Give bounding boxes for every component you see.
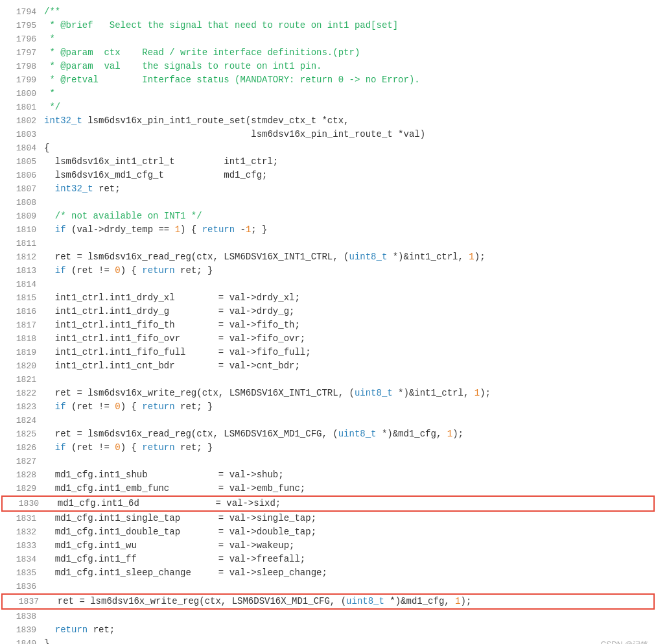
line-number: 1797 xyxy=(5,47,36,60)
line-content: ret = lsm6dsv16x_write_reg(ctx, LSM6DSV1… xyxy=(44,387,651,400)
line-content xyxy=(44,237,651,250)
code-line: 1806 lsm6dsv16x_md1_cfg_t md1_cfg; xyxy=(0,169,656,182)
watermark: CSDN @记笔 xyxy=(600,639,648,644)
line-number: 1835 xyxy=(5,567,36,580)
line-content: md1_cfg.int1_emb_func = val->emb_func; xyxy=(44,482,651,495)
line-content: md1_cfg.int1_shub = val->shub; xyxy=(44,468,651,482)
code-line: 1805 lsm6dsv16x_int1_ctrl_t int1_ctrl; xyxy=(0,155,656,169)
code-line: 1813 if (ret != 0) { return ret; } xyxy=(0,264,656,278)
line-number: 1833 xyxy=(5,540,36,553)
line-content xyxy=(44,580,651,593)
code-line: 1838 xyxy=(0,610,656,623)
line-content: * @param ctx Read / write interface defi… xyxy=(44,46,651,60)
line-number: 1811 xyxy=(5,237,36,250)
code-line: 1814 xyxy=(0,278,656,291)
code-line: 1799 * @retval Interface status (MANDATO… xyxy=(0,73,656,87)
code-line: 1836 xyxy=(0,580,656,593)
line-content xyxy=(44,278,651,291)
line-content: int1_ctrl.int1_drdy_xl = val->drdy_xl; xyxy=(44,291,651,305)
line-content: * @brief Select the signal that need to … xyxy=(44,19,651,32)
code-line: 1821 xyxy=(0,373,656,387)
line-content: md1_cfg.int1_double_tap = val->double_ta… xyxy=(44,525,651,539)
line-number: 1794 xyxy=(5,6,36,19)
code-line: 1798 * @param val the signals to route o… xyxy=(0,60,656,73)
code-line: 1839 return ret; xyxy=(0,623,656,637)
line-number: 1807 xyxy=(5,183,36,196)
code-line: 1820 int1_ctrl.int1_cnt_bdr = val->cnt_b… xyxy=(0,359,656,373)
code-line: 1827 xyxy=(0,455,656,468)
code-line: 1800 * xyxy=(0,87,656,101)
code-line: 1804{ xyxy=(0,141,656,155)
line-content: { xyxy=(44,141,651,155)
line-number: 1819 xyxy=(5,346,36,359)
line-content xyxy=(44,610,651,623)
line-content: * xyxy=(44,32,651,46)
line-number: 1800 xyxy=(5,88,36,101)
line-content xyxy=(44,373,651,387)
code-line: 1835 md1_cfg.int1_sleep_change = val->sl… xyxy=(0,566,656,580)
line-number: 1816 xyxy=(5,305,36,318)
line-content: lsm6dsv16x_pin_int_route_t *val) xyxy=(44,128,651,141)
line-content: int32_t ret; xyxy=(44,182,651,196)
code-line: 1824 xyxy=(0,414,656,427)
line-content: md1_cfg.int1_6d = val->sixd; xyxy=(47,497,648,510)
code-line: 1807 int32_t ret; xyxy=(0,182,656,196)
line-content: lsm6dsv16x_int1_ctrl_t int1_ctrl; xyxy=(44,155,651,169)
line-content: md1_cfg.int1_sleep_change = val->sleep_c… xyxy=(44,566,651,580)
line-number: 1830 xyxy=(8,497,39,510)
line-content: if (ret != 0) { return ret; } xyxy=(44,441,651,455)
line-content: md1_cfg.int1_single_tap = val->single_ta… xyxy=(44,512,651,525)
line-number: 1838 xyxy=(5,610,36,623)
line-content xyxy=(44,414,651,427)
line-number: 1799 xyxy=(5,74,36,87)
code-line: 1818 int1_ctrl.int1_fifo_ovr = val->fifo… xyxy=(0,332,656,346)
line-content: * @param val the signals to route on int… xyxy=(44,60,651,73)
code-line: 1829 md1_cfg.int1_emb_func = val->emb_fu… xyxy=(0,482,656,495)
code-line: 1826 if (ret != 0) { return ret; } xyxy=(0,441,656,455)
line-content: int1_ctrl.int1_fifo_ovr = val->fifo_ovr; xyxy=(44,332,651,346)
line-content: int1_ctrl.int1_drdy_g = val->drdy_g; xyxy=(44,305,651,318)
code-line: 1825 ret = lsm6dsv16x_read_reg(ctx, LSM6… xyxy=(0,427,656,441)
line-content xyxy=(44,196,651,209)
code-line: 1810 if (val->drdy_temp == 1) { return -… xyxy=(0,223,656,237)
line-number: 1825 xyxy=(5,428,36,441)
code-line: 1828 md1_cfg.int1_shub = val->shub; xyxy=(0,468,656,482)
line-number: 1815 xyxy=(5,292,36,305)
code-line: 1837 ret = lsm6dsv16x_write_reg(ctx, LSM… xyxy=(1,593,655,610)
line-content: int32_t lsm6dsv16x_pin_int1_route_set(st… xyxy=(44,114,651,128)
line-number: 1795 xyxy=(5,19,36,32)
line-number: 1826 xyxy=(5,442,36,455)
line-content: return ret; xyxy=(44,623,651,637)
line-content: if (ret != 0) { return ret; } xyxy=(44,400,651,414)
line-number: 1840 xyxy=(5,638,36,644)
code-line: 1803 lsm6dsv16x_pin_int_route_t *val) xyxy=(0,128,656,141)
line-number: 1820 xyxy=(5,360,36,373)
code-line: 1809 /* not available on INT1 */ xyxy=(0,209,656,223)
code-line: 1815 int1_ctrl.int1_drdy_xl = val->drdy_… xyxy=(0,291,656,305)
line-number: 1824 xyxy=(5,414,36,427)
line-content: int1_ctrl.int1_fifo_th = val->fifo_th; xyxy=(44,318,651,332)
line-number: 1796 xyxy=(5,33,36,46)
line-number: 1827 xyxy=(5,455,36,468)
code-line: 1816 int1_ctrl.int1_drdy_g = val->drdy_g… xyxy=(0,305,656,318)
code-line: 1834 md1_cfg.int1_ff = val->freefall; xyxy=(0,553,656,566)
line-number: 1828 xyxy=(5,469,36,482)
code-line: 1794/** xyxy=(0,5,656,19)
line-content: } xyxy=(44,637,651,644)
line-number: 1823 xyxy=(5,401,36,414)
line-number: 1821 xyxy=(5,374,36,387)
line-number: 1839 xyxy=(5,624,36,637)
line-number: 1814 xyxy=(5,278,36,291)
line-number: 1817 xyxy=(5,319,36,332)
line-number: 1813 xyxy=(5,265,36,278)
line-content: ret = lsm6dsv16x_write_reg(ctx, LSM6DSV1… xyxy=(47,595,648,608)
line-content: md1_cfg.int1_wu = val->wakeup; xyxy=(44,539,651,553)
line-number: 1806 xyxy=(5,169,36,182)
code-line: 1812 ret = lsm6dsv16x_read_reg(ctx, LSM6… xyxy=(0,250,656,264)
code-line: 1811 xyxy=(0,237,656,250)
line-content: */ xyxy=(44,101,651,114)
line-number: 1810 xyxy=(5,224,36,237)
code-line: 1819 int1_ctrl.int1_fifo_full = val->fif… xyxy=(0,346,656,359)
line-number: 1809 xyxy=(5,210,36,223)
code-line: 1817 int1_ctrl.int1_fifo_th = val->fifo_… xyxy=(0,318,656,332)
